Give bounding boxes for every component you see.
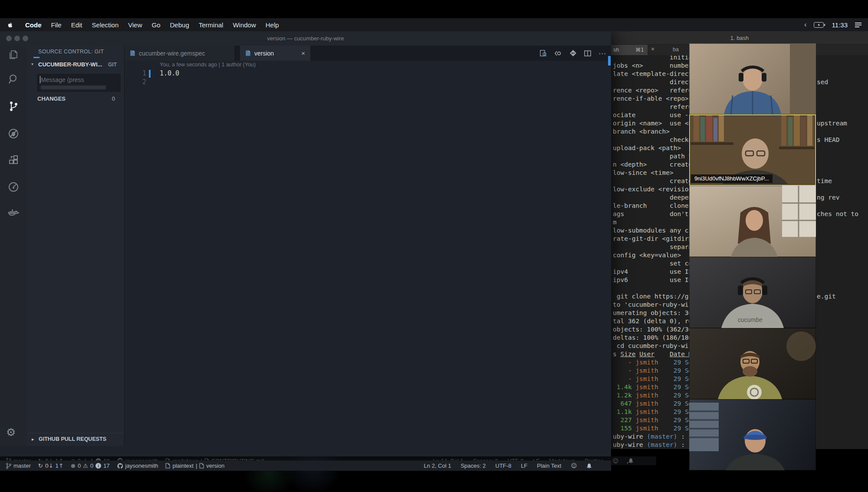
warning-icon: ⚠ <box>83 462 88 469</box>
notification-center-icon[interactable] <box>855 22 862 28</box>
participant-video-4[interactable]: cucumbe <box>689 257 816 328</box>
commit-message-input[interactable]: Message (press <box>37 74 121 92</box>
terminal-title-bar[interactable]: 1. bash <box>611 31 868 45</box>
split-editor-icon[interactable] <box>584 50 591 56</box>
changes-section-row[interactable]: CHANGES 0 <box>27 95 125 104</box>
encoding[interactable]: UTF-8 <box>495 462 511 469</box>
error-icon: ⊗ <box>71 462 76 469</box>
eol[interactable]: LF <box>521 462 527 469</box>
participant-name-label: 9ni3Ud0vfNJ8hbWwXZCjbP... <box>691 174 773 183</box>
language-mode[interactable]: Plain Text <box>537 462 561 469</box>
more-actions-icon[interactable]: ⋯ <box>598 49 606 58</box>
sidebar-header: SOURCE CONTROL: GIT <box>38 49 104 55</box>
macos-menu-bar: Code File Edit Selection View Go Debug T… <box>0 18 868 31</box>
account-indicator[interactable]: jaysonesmith <box>117 462 158 469</box>
account-name: jaysonesmith <box>125 462 158 469</box>
menu-item-edit[interactable]: Edit <box>66 21 87 29</box>
svg-text:cucumbe: cucumbe <box>738 316 763 323</box>
debug-disabled-icon[interactable] <box>7 128 20 140</box>
notifications-bell-icon[interactable] <box>586 463 592 469</box>
window-zoom-button[interactable] <box>23 36 28 41</box>
window-minimize-button[interactable] <box>14 36 20 41</box>
terminal-tab-label: sh <box>613 47 619 53</box>
github-pull-requests-section[interactable]: ▸ GITHUB PULL REQUESTS <box>27 433 125 446</box>
terminal-tab-next[interactable]: ba <box>673 46 679 52</box>
repo-name: CUCUMBER-RUBY-WI... <box>38 61 102 68</box>
menu-bar-clock[interactable]: 11:33 <box>832 21 848 29</box>
menu-item-view[interactable]: View <box>123 21 147 29</box>
separator: | <box>196 462 197 469</box>
menu-item-go[interactable]: Go <box>147 21 165 29</box>
explorer-icon[interactable] <box>7 49 20 61</box>
github-pull-requests-icon[interactable] <box>7 181 20 193</box>
branch-name: master <box>13 462 31 469</box>
error-count: 0 <box>78 462 81 469</box>
menu-item-terminal[interactable]: Terminal <box>194 21 228 29</box>
repo-provider-badge: GIT <box>108 62 117 68</box>
notifications-bell-icon[interactable] <box>628 458 634 464</box>
problems-indicator[interactable]: ⊗ 0 ⚠ 0 i 17 <box>71 462 110 469</box>
terminal-tab-close-icon[interactable]: × <box>651 46 654 52</box>
webcam-image <box>689 328 816 399</box>
terminal-tab-bash[interactable]: sh ⌘1 <box>611 45 648 55</box>
open-changes-icon[interactable] <box>569 49 577 57</box>
code-line-2[interactable]: 2 <box>125 78 611 87</box>
gitlens-file-indicator[interactable]: plaintext | version <box>165 462 224 469</box>
status-bar: master ↻ 0↓ 1↑ ⊗ 0 ⚠ 0 i 17 jaysonesmith… <box>0 460 611 471</box>
docker-icon[interactable] <box>7 207 20 219</box>
menu-item-file[interactable]: File <box>46 21 66 29</box>
file-icon <box>199 463 204 469</box>
info-icon: i <box>95 463 101 469</box>
source-control-sidebar: SOURCE CONTROL: GIT ▾ CUCUMBER-RUBY-WI..… <box>27 46 125 446</box>
menu-item-debug[interactable]: Debug <box>165 21 194 29</box>
participant-video-1[interactable] <box>689 43 816 115</box>
search-editor-icon[interactable] <box>539 49 547 57</box>
battery-icon[interactable] <box>814 22 825 28</box>
tab-version[interactable]: version × <box>240 46 310 61</box>
branch-indicator[interactable]: master <box>6 462 31 469</box>
tab-label: version <box>254 50 274 57</box>
participant-video-2-active-speaker[interactable]: 9ni3Ud0vfNJ8hbWwXZCjbP... <box>689 115 816 186</box>
pull-requests-section-label: GITHUB PULL REQUESTS <box>39 436 106 442</box>
extensions-icon[interactable] <box>7 155 20 167</box>
feedback-smiley-icon[interactable]: ☺ <box>612 458 618 464</box>
participant-video-5[interactable] <box>689 328 816 399</box>
terminal-output-right: sed upstream s HEAD time ng rev ches not… <box>817 55 858 449</box>
sync-indicator[interactable]: ↻ 0↓ 1↑ <box>38 462 63 469</box>
apple-menu-icon[interactable] <box>7 21 13 29</box>
code-line-1[interactable]: 1 1.0.0 <box>125 69 611 78</box>
source-control-icon[interactable] <box>7 100 20 112</box>
file-icon <box>130 50 135 56</box>
webcam-image <box>689 186 816 257</box>
menu-item-help[interactable]: Help <box>261 21 284 29</box>
participant-video-6[interactable] <box>689 399 816 470</box>
sync-icon: ↻ <box>38 462 43 469</box>
participant-video-3[interactable] <box>689 186 816 257</box>
window-close-button[interactable] <box>6 36 12 41</box>
file-icon <box>245 50 251 56</box>
github-icon <box>117 463 123 469</box>
collapse-twistie-icon[interactable]: ▾ <box>31 62 33 66</box>
vscode-title-bar[interactable]: version — cucumber-ruby-wire <box>0 31 611 46</box>
webcam-image: cucumbe <box>689 257 816 328</box>
repo-row[interactable]: ▾ CUCUMBER-RUBY-WI... GIT <box>27 61 125 69</box>
tab-close-icon[interactable]: × <box>301 49 305 57</box>
feedback-smiley-icon[interactable]: ☺ <box>571 462 577 469</box>
section-chevron-icon: ▸ <box>32 436 34 442</box>
search-icon[interactable] <box>7 73 20 85</box>
settings-gear-icon[interactable]: ⚙ <box>6 426 16 439</box>
tab-cucumber-wire-gemspec[interactable]: cucumber-wire.gemspec <box>125 46 234 61</box>
commit-message-placeholder: Message (press <box>41 76 84 83</box>
file-name: version <box>206 462 224 469</box>
activity-bar: ⚙ <box>0 46 27 446</box>
menu-item-selection[interactable]: Selection <box>87 21 124 29</box>
menu-item-window[interactable]: Window <box>228 21 260 29</box>
webcam-image <box>689 399 816 470</box>
cursor-position[interactable]: Ln 2, Col 1 <box>424 462 451 469</box>
file-icon <box>165 463 170 469</box>
codelens-annotation[interactable]: You, a few seconds ago | 1 author (You) <box>160 62 256 68</box>
menu-extra-chevron-icon[interactable]: ‹ <box>804 20 807 29</box>
indentation[interactable]: Spaces: 2 <box>460 462 486 469</box>
open-preview-icon[interactable] <box>554 50 562 56</box>
menu-item-code[interactable]: Code <box>20 21 46 29</box>
